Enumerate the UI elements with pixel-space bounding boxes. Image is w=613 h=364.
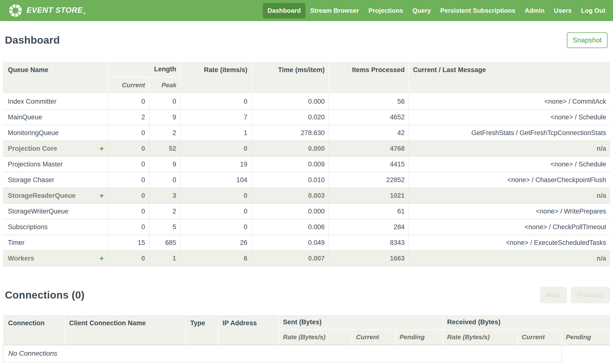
length-current-value: 0 bbox=[108, 156, 149, 172]
time-value: 0.010 bbox=[252, 172, 329, 188]
table-row: Timer 15 685 26 0.049 8343 <none> / Exec… bbox=[3, 235, 610, 250]
length-peak-value: 52 bbox=[149, 141, 180, 156]
nav-item-dashboard[interactable]: Dashboard bbox=[263, 3, 306, 18]
length-peak-value: 9 bbox=[149, 109, 180, 125]
message-value: n/a bbox=[409, 188, 610, 203]
items-processed-value: 42 bbox=[329, 125, 409, 141]
time-value: 0.007 bbox=[252, 250, 329, 266]
col-time: Time (ms/item) bbox=[252, 62, 329, 94]
rate-value: 6 bbox=[180, 250, 252, 266]
message-value: n/a bbox=[409, 141, 610, 156]
col-message: Current / Last Message bbox=[409, 62, 610, 94]
rate-value: 0 bbox=[180, 94, 252, 109]
expand-icon[interactable]: + bbox=[99, 192, 104, 199]
nav-item-admin[interactable]: Admin bbox=[520, 3, 549, 18]
items-processed-value: 56 bbox=[329, 94, 409, 109]
queue-table-body: Index Committer 0 0 0 0.000 56 <none> / … bbox=[3, 94, 610, 266]
table-row: Projections Master 0 9 19 0.009 4415 <no… bbox=[3, 156, 610, 172]
col-connection: Connection bbox=[3, 315, 65, 345]
table-row: Index Committer 0 0 0 0.000 56 <none> / … bbox=[3, 94, 610, 109]
time-value: 278.630 bbox=[252, 125, 329, 141]
time-value: 0.009 bbox=[252, 156, 329, 172]
col-sent-bytes: Sent (Bytes) bbox=[279, 315, 443, 330]
length-current-value: 0 bbox=[108, 188, 149, 203]
col-type: Type bbox=[186, 315, 218, 345]
items-processed-value: 1663 bbox=[329, 250, 409, 266]
length-peak-value: 1 bbox=[149, 250, 180, 266]
connections-title: Connections (0) bbox=[5, 289, 85, 301]
no-connections-message: No Connections bbox=[3, 345, 562, 362]
time-value: 0.003 bbox=[252, 188, 329, 203]
brand-link[interactable]: EVENT STORE® bbox=[8, 3, 86, 18]
main-content: Dashboard Snapshot Queue Name Length Rat… bbox=[0, 32, 613, 362]
nav-item-users[interactable]: Users bbox=[549, 3, 576, 18]
snapshot-button[interactable]: Snapshot bbox=[567, 32, 608, 48]
connections-table-body: No Connections bbox=[3, 345, 610, 362]
queue-name-label: Index Committer bbox=[8, 98, 56, 105]
col-client-connection-name: Client Connection Name bbox=[65, 315, 186, 345]
expand-icon[interactable]: + bbox=[99, 255, 104, 262]
message-value: <none> / ChaserCheckpointFlush bbox=[409, 172, 610, 188]
page-title: Dashboard bbox=[5, 34, 60, 46]
time-value: 0.020 bbox=[252, 109, 329, 125]
nav-item-log-out[interactable]: Log Out bbox=[576, 3, 610, 18]
length-peak-value: 0 bbox=[149, 94, 180, 109]
queue-name-label: Workers bbox=[8, 255, 34, 262]
time-value: 0.000 bbox=[252, 203, 329, 219]
rate-value: 0 bbox=[180, 219, 252, 235]
pager: Next Previous bbox=[537, 287, 610, 303]
length-current-value: 0 bbox=[108, 125, 149, 141]
table-row: StorageWriterQueue 0 2 0 0.000 61 <none>… bbox=[3, 203, 610, 219]
length-current-value: 0 bbox=[108, 203, 149, 219]
nav-item-persistent-subscriptions[interactable]: Persistent Subscriptions bbox=[436, 3, 520, 18]
nav-item-projections[interactable]: Projections bbox=[364, 3, 408, 18]
time-value: 0.000 bbox=[252, 141, 329, 156]
items-processed-value: 22852 bbox=[329, 172, 409, 188]
col-received-bytes: Received (Bytes) bbox=[443, 315, 610, 330]
length-peak-value: 3 bbox=[149, 188, 180, 203]
table-row: Storage Chaser 0 0 104 0.010 22852 <none… bbox=[3, 172, 610, 188]
col-received-current: Current bbox=[518, 330, 562, 345]
rate-value: 0 bbox=[180, 188, 252, 203]
no-connections-row: No Connections bbox=[3, 345, 610, 362]
message-value: <none> / Schedule bbox=[409, 109, 610, 125]
next-button[interactable]: Next bbox=[540, 287, 567, 303]
connections-head: Connections (0) Next Previous bbox=[3, 287, 610, 303]
queue-name-label: MainQueue bbox=[8, 114, 42, 121]
queue-name-label: Subscriptions bbox=[8, 223, 48, 231]
table-row: Workers + 0 1 6 0.007 1663 n/a bbox=[3, 250, 610, 266]
length-current-value: 0 bbox=[108, 141, 149, 156]
rate-value: 26 bbox=[180, 235, 252, 250]
length-current-value: 0 bbox=[108, 250, 149, 266]
message-value: <none> / CommitAck bbox=[409, 94, 610, 109]
length-current-value: 2 bbox=[108, 109, 149, 125]
nav-item-stream-browser[interactable]: Stream Browser bbox=[306, 3, 364, 18]
col-length-current: Current bbox=[108, 77, 149, 94]
queue-name-label: Projections Master bbox=[8, 161, 63, 168]
message-value: n/a bbox=[409, 250, 610, 266]
queue-name-label: Timer bbox=[8, 239, 25, 247]
rate-value: 19 bbox=[180, 156, 252, 172]
length-peak-value: 2 bbox=[149, 203, 180, 219]
message-value: <none> / CheckPollTimeout bbox=[409, 219, 610, 235]
queues-table-header: Queue Name Length Rate (items/s) Time (m… bbox=[3, 62, 610, 94]
col-sent-pending: Pending bbox=[395, 330, 443, 345]
brand-text: EVENT STORE® bbox=[27, 6, 86, 15]
queue-name-label: Storage Chaser bbox=[8, 176, 54, 184]
previous-button[interactable]: Previous bbox=[571, 287, 610, 303]
col-received-rate: Rate (Bytes/s) bbox=[443, 330, 518, 345]
length-peak-value: 2 bbox=[149, 125, 180, 141]
nav-item-query[interactable]: Query bbox=[408, 3, 436, 18]
expand-icon[interactable]: + bbox=[99, 145, 104, 152]
col-rate: Rate (items/s) bbox=[180, 62, 252, 94]
table-row: MonitoringQueue 0 2 1 278.630 42 GetFres… bbox=[3, 125, 610, 141]
length-current-value: 0 bbox=[108, 94, 149, 109]
time-value: 0.049 bbox=[252, 235, 329, 250]
items-processed-value: 4415 bbox=[329, 156, 409, 172]
time-value: 0.006 bbox=[252, 219, 329, 235]
rate-value: 1 bbox=[180, 125, 252, 141]
items-processed-value: 8343 bbox=[329, 235, 409, 250]
rate-value: 7 bbox=[180, 109, 252, 125]
time-value: 0.000 bbox=[252, 94, 329, 109]
queue-name-label: StorageReaderQueue bbox=[8, 192, 76, 199]
